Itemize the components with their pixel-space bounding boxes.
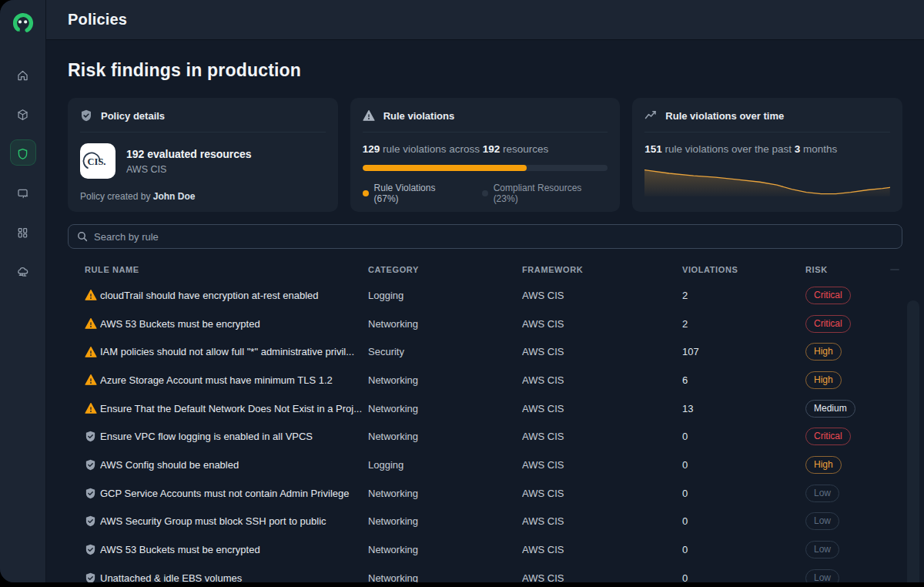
- sidebar-item-apps[interactable]: [10, 218, 36, 244]
- violations-over-time-card: Rule violations over time 151 rule viola…: [632, 98, 902, 212]
- rule-name: Unattached & idle EBS volumes: [100, 572, 368, 582]
- device-code-icon: [16, 186, 29, 199]
- table-row[interactable]: AWS Config should be enabled Logging AWS…: [68, 451, 902, 479]
- table-row[interactable]: Ensure That the Default Network Does Not…: [68, 394, 902, 423]
- rule-category: Networking: [368, 403, 522, 414]
- app-title: Policies: [68, 11, 127, 29]
- risk-cell: Critical: [805, 428, 890, 445]
- shield-check-icon: [85, 572, 100, 582]
- warning-icon: [85, 289, 100, 301]
- header-dash: [890, 269, 915, 270]
- rule-name: AWS 53 Buckets must be encrypted: [100, 544, 368, 555]
- sidebar-item-policies[interactable]: [10, 139, 36, 166]
- shield-check-icon: [85, 488, 100, 499]
- rule-category: Networking: [368, 374, 522, 386]
- violations-progress-fill: [363, 165, 527, 171]
- divider: [363, 132, 608, 132]
- table-scrollbar[interactable]: [907, 300, 919, 582]
- risk-cell: Low: [805, 541, 890, 558]
- warning-icon: [85, 402, 100, 414]
- rule-violations-count: 0: [682, 572, 805, 582]
- brand-logo-icon[interactable]: [9, 10, 37, 38]
- shield-check-icon: [85, 431, 100, 442]
- col-risk: RISK: [805, 265, 890, 274]
- legend-dot-violations: [363, 190, 369, 196]
- violations-trend-chart: [644, 161, 890, 196]
- risk-badge: Low: [805, 541, 839, 558]
- sidebar-item-inventory[interactable]: [10, 100, 36, 126]
- row-dash: [890, 323, 906, 324]
- shield-check-icon: [85, 544, 100, 555]
- risk-cell: High: [805, 371, 890, 389]
- app-window: Policies Risk findings in production Pol…: [0, 0, 924, 582]
- risk-cell: Medium: [805, 400, 890, 418]
- rule-name: AWS Config should be enabled: [100, 459, 368, 471]
- violations-stat: 129 rule violations across 192 resources: [363, 143, 608, 155]
- page-title: Risk findings in production: [68, 60, 902, 81]
- trend-line-icon: [644, 109, 658, 122]
- row-dash: [890, 436, 906, 438]
- row-dash: [890, 379, 906, 381]
- rule-category: Networking: [368, 488, 522, 499]
- shield-check-icon: [80, 109, 93, 122]
- violations-over-time-header: Rule violations over time: [644, 109, 890, 122]
- rule-category: Security: [368, 346, 522, 357]
- warning-icon: [85, 317, 100, 330]
- rule-violations-count: 0: [682, 459, 805, 471]
- table-row[interactable]: Unattached & idle EBS volumes Networking…: [68, 564, 902, 582]
- main-area: Policies Risk findings in production Pol…: [46, 0, 924, 582]
- rule-framework: AWS CIS: [522, 374, 682, 386]
- risk-badge: Critical: [805, 315, 851, 333]
- sidebar-item-home[interactable]: [10, 61, 36, 87]
- risk-badge: Low: [805, 569, 839, 582]
- table-row[interactable]: AWS 53 Buckets must be encrypted Network…: [68, 535, 902, 564]
- table-row[interactable]: cloudTrail should have encryption at-res…: [68, 281, 902, 310]
- risk-badge: Critical: [805, 428, 851, 445]
- legend-compliant-resources: Compliant Resources (23%): [482, 183, 608, 204]
- rule-violations-header: Rule violations: [363, 109, 608, 122]
- rule-category: Networking: [368, 318, 522, 330]
- cube-icon: [16, 107, 29, 120]
- cloud-icon: [16, 264, 29, 277]
- shield-check-icon: [85, 459, 100, 471]
- shield-icon: [16, 146, 29, 159]
- cis-logo: CIS.: [80, 143, 116, 179]
- grid-icon: [16, 225, 29, 238]
- rule-name: Azure Storage Account must have minimum …: [100, 374, 368, 386]
- rule-violations-count: 0: [682, 544, 805, 555]
- legend-dot-compliant: [482, 190, 488, 196]
- table-row[interactable]: IAM policies should not allow full "*" a…: [68, 337, 902, 366]
- risk-cell: Critical: [805, 287, 890, 304]
- rule-name: Ensure VPC flow logging is enabled in al…: [100, 431, 368, 442]
- divider: [644, 132, 890, 132]
- risk-cell: Critical: [805, 315, 890, 333]
- row-dash: [890, 464, 906, 465]
- table-row[interactable]: Azure Storage Account must have minimum …: [68, 366, 902, 394]
- home-icon: [16, 68, 29, 81]
- card-title: Rule violations: [383, 110, 454, 122]
- rule-violations-count: 6: [682, 374, 805, 386]
- search-input[interactable]: [94, 231, 893, 243]
- rule-name: GCP Service Accounts must not contain Ad…: [100, 488, 368, 499]
- warning-icon: [85, 346, 100, 358]
- rule-framework: AWS CIS: [522, 318, 682, 330]
- sidebar-item-cloud[interactable]: [10, 257, 36, 283]
- rule-violations-card: Rule violations 129 rule violations acro…: [350, 98, 621, 212]
- sidebar-item-code[interactable]: [10, 179, 36, 205]
- warning-icon: [363, 109, 376, 122]
- rule-category: Logging: [368, 459, 522, 471]
- rule-violations-count: 0: [682, 515, 805, 527]
- policy-details-body: CIS. 192 evaluated resources AWS CIS: [80, 143, 326, 179]
- rule-framework: AWS CIS: [522, 515, 682, 527]
- policy-created: Policy created by John Doe: [80, 191, 326, 202]
- col-category: CATEGORY: [368, 265, 522, 274]
- summary-cards: Policy details CIS. 192 evaluated resour…: [68, 98, 902, 212]
- rule-framework: AWS CIS: [522, 488, 682, 499]
- top-bar: Policies: [46, 0, 924, 40]
- table-row[interactable]: Ensure VPC flow logging is enabled in al…: [68, 422, 902, 451]
- table-row[interactable]: GCP Service Accounts must not contain Ad…: [68, 479, 902, 508]
- table-row[interactable]: AWS 53 Buckets must be encrypted Network…: [68, 310, 902, 338]
- rule-category: Networking: [368, 572, 522, 582]
- legend-rule-violations: Rule Violations (67%): [363, 183, 462, 204]
- table-row[interactable]: AWS Security Group must block SSH port t…: [68, 508, 902, 536]
